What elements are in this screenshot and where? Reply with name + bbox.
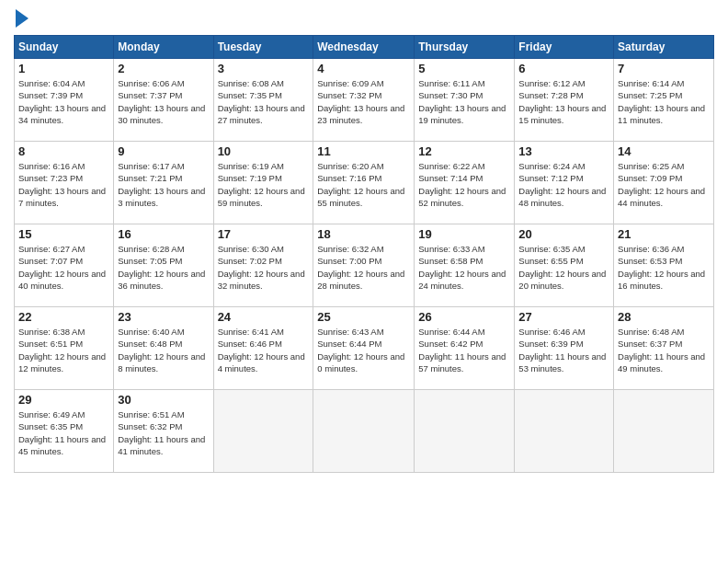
table-row: 6Sunrise: 6:12 AMSunset: 7:28 PMDaylight… bbox=[515, 59, 614, 142]
table-row: 18Sunrise: 6:32 AMSunset: 7:00 PMDayligh… bbox=[313, 224, 415, 307]
table-row: 19Sunrise: 6:33 AMSunset: 6:58 PMDayligh… bbox=[415, 224, 515, 307]
table-row: 30Sunrise: 6:51 AMSunset: 6:32 PMDayligh… bbox=[114, 390, 213, 473]
calendar-body: 1Sunrise: 6:04 AMSunset: 7:39 PMDaylight… bbox=[15, 59, 714, 473]
table-row: 7Sunrise: 6:14 AMSunset: 7:25 PMDaylight… bbox=[614, 59, 714, 142]
table-row bbox=[415, 390, 515, 473]
col-tuesday: Tuesday bbox=[213, 36, 313, 59]
calendar-week-5: 29Sunrise: 6:49 AMSunset: 6:35 PMDayligh… bbox=[15, 390, 714, 473]
table-row: 22Sunrise: 6:38 AMSunset: 6:51 PMDayligh… bbox=[15, 307, 114, 390]
table-row bbox=[213, 390, 313, 473]
calendar-week-2: 8Sunrise: 6:16 AMSunset: 7:23 PMDaylight… bbox=[15, 142, 714, 224]
table-row: 12Sunrise: 6:22 AMSunset: 7:14 PMDayligh… bbox=[415, 142, 515, 224]
table-row: 25Sunrise: 6:43 AMSunset: 6:44 PMDayligh… bbox=[313, 307, 415, 390]
col-wednesday: Wednesday bbox=[313, 36, 415, 59]
table-row: 20Sunrise: 6:35 AMSunset: 6:55 PMDayligh… bbox=[515, 224, 614, 307]
table-row: 28Sunrise: 6:48 AMSunset: 6:37 PMDayligh… bbox=[614, 307, 714, 390]
table-row: 9Sunrise: 6:17 AMSunset: 7:21 PMDaylight… bbox=[114, 142, 213, 224]
calendar-week-3: 15Sunrise: 6:27 AMSunset: 7:07 PMDayligh… bbox=[15, 224, 714, 307]
logo bbox=[14, 9, 28, 28]
table-row: 4Sunrise: 6:09 AMSunset: 7:32 PMDaylight… bbox=[313, 59, 415, 142]
calendar-week-1: 1Sunrise: 6:04 AMSunset: 7:39 PMDaylight… bbox=[15, 59, 714, 142]
table-row: 15Sunrise: 6:27 AMSunset: 7:07 PMDayligh… bbox=[15, 224, 114, 307]
header bbox=[14, 9, 714, 28]
table-row bbox=[515, 390, 614, 473]
logo-text bbox=[14, 9, 28, 28]
calendar-week-4: 22Sunrise: 6:38 AMSunset: 6:51 PMDayligh… bbox=[15, 307, 714, 390]
table-row: 21Sunrise: 6:36 AMSunset: 6:53 PMDayligh… bbox=[614, 224, 714, 307]
table-row: 5Sunrise: 6:11 AMSunset: 7:30 PMDaylight… bbox=[415, 59, 515, 142]
calendar-table: Sunday Monday Tuesday Wednesday Thursday… bbox=[14, 35, 714, 473]
table-row: 23Sunrise: 6:40 AMSunset: 6:48 PMDayligh… bbox=[114, 307, 213, 390]
col-friday: Friday bbox=[515, 36, 614, 59]
table-row: 2Sunrise: 6:06 AMSunset: 7:37 PMDaylight… bbox=[114, 59, 213, 142]
col-monday: Monday bbox=[114, 36, 213, 59]
table-row: 27Sunrise: 6:46 AMSunset: 6:39 PMDayligh… bbox=[515, 307, 614, 390]
table-row: 11Sunrise: 6:20 AMSunset: 7:16 PMDayligh… bbox=[313, 142, 415, 224]
table-row: 24Sunrise: 6:41 AMSunset: 6:46 PMDayligh… bbox=[213, 307, 313, 390]
table-row bbox=[614, 390, 714, 473]
table-row: 3Sunrise: 6:08 AMSunset: 7:35 PMDaylight… bbox=[213, 59, 313, 142]
table-row: 8Sunrise: 6:16 AMSunset: 7:23 PMDaylight… bbox=[15, 142, 114, 224]
table-row: 26Sunrise: 6:44 AMSunset: 6:42 PMDayligh… bbox=[415, 307, 515, 390]
logo-arrow-icon bbox=[16, 9, 28, 28]
table-row: 16Sunrise: 6:28 AMSunset: 7:05 PMDayligh… bbox=[114, 224, 213, 307]
table-row: 29Sunrise: 6:49 AMSunset: 6:35 PMDayligh… bbox=[15, 390, 114, 473]
col-sunday: Sunday bbox=[15, 36, 114, 59]
table-row: 1Sunrise: 6:04 AMSunset: 7:39 PMDaylight… bbox=[15, 59, 114, 142]
table-row: 13Sunrise: 6:24 AMSunset: 7:12 PMDayligh… bbox=[515, 142, 614, 224]
table-row: 14Sunrise: 6:25 AMSunset: 7:09 PMDayligh… bbox=[614, 142, 714, 224]
table-row: 17Sunrise: 6:30 AMSunset: 7:02 PMDayligh… bbox=[213, 224, 313, 307]
col-thursday: Thursday bbox=[415, 36, 515, 59]
calendar-header-row: Sunday Monday Tuesday Wednesday Thursday… bbox=[15, 36, 714, 59]
table-row bbox=[313, 390, 415, 473]
col-saturday: Saturday bbox=[614, 36, 714, 59]
table-row: 10Sunrise: 6:19 AMSunset: 7:19 PMDayligh… bbox=[213, 142, 313, 224]
main-container: Sunday Monday Tuesday Wednesday Thursday… bbox=[0, 0, 728, 482]
